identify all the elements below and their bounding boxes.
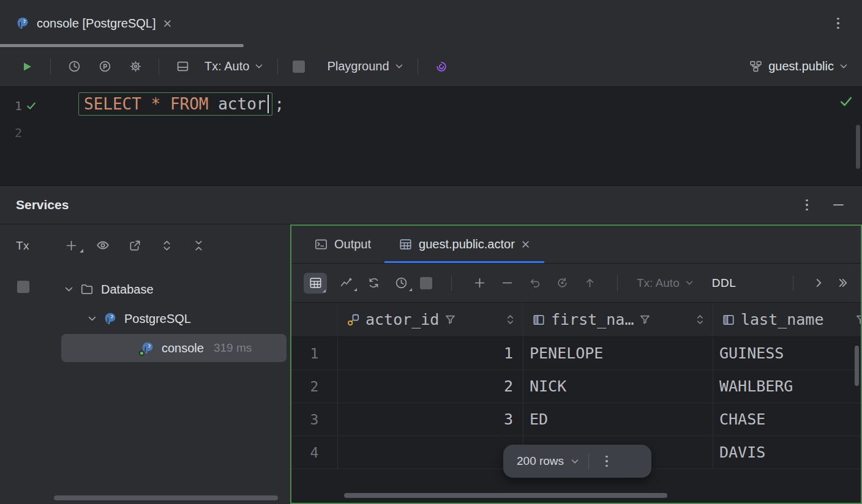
toolbar-separator [50,59,51,75]
postgresql-icon [103,312,117,325]
cell-last-name[interactable]: WAHLBERG [713,370,861,402]
revert-button[interactable] [553,275,571,292]
open-in-new-button[interactable] [127,238,142,253]
settings-button[interactable] [127,58,144,75]
cell-first-name[interactable]: NICK [523,370,713,402]
titlebar-kebab-menu[interactable] [830,15,846,31]
services-horizontal-scrollbar[interactable] [54,495,278,500]
pill-divider [588,453,589,469]
tab-label: Output [334,237,371,251]
tree-node-label: PostgreSQL [124,312,191,326]
collapse-all-button[interactable] [191,238,206,253]
next-page-button[interactable] [812,275,825,292]
row-number[interactable]: 1 [291,337,338,369]
explain-plan-button[interactable] [96,58,113,75]
column-header-first-name[interactable]: first_na… [523,303,713,336]
postgresql-connected-icon [141,341,154,355]
filter-icon[interactable] [639,314,651,325]
editor-scrollbar[interactable] [856,125,860,169]
services-options-menu[interactable] [799,197,815,213]
dropdown-caret-icon [354,288,357,291]
chevron-expanded-icon[interactable] [88,316,96,321]
grid-corner-cell[interactable] [291,303,338,336]
tab-output[interactable]: Output [301,226,384,263]
stop-button[interactable] [293,61,305,73]
chevron-down-icon [686,281,693,285]
expand-all-button[interactable] [159,238,174,253]
sort-icon[interactable] [696,314,704,325]
cell-last-name[interactable]: DAVIS [713,436,861,469]
row-count-dropdown[interactable]: 200 rows [517,454,564,468]
services-tree-pane: Tx Database PostgreSQL [0,224,290,504]
cell-actor-id[interactable]: 1 [338,337,523,369]
cell-first-name[interactable]: ED [523,403,713,435]
stop-query-button[interactable] [420,277,432,289]
tab-console-postgresql[interactable]: console [PostgreSQL] [16,0,171,46]
cell-actor-id[interactable] [338,436,523,469]
cell-first-name[interactable]: PENELOPE [523,337,713,369]
ddl-button[interactable]: DDL [712,276,736,290]
add-button[interactable] [64,238,78,253]
schema-switcher[interactable]: guest.public [749,59,847,73]
tree-node-postgresql[interactable]: PostgreSQL [0,304,290,333]
sql-editor[interactable]: 1 2 SELECT * FROM actor ; [0,87,862,185]
cell-actor-id[interactable]: 3 [338,403,523,435]
filter-icon[interactable] [855,314,861,325]
in-editor-results-button[interactable] [174,58,191,75]
chevron-down-icon[interactable] [571,459,579,464]
sort-icon[interactable] [506,314,514,325]
row-number[interactable]: 3 [291,403,338,435]
chart-view-button[interactable] [337,275,354,292]
column-header-last-name[interactable]: last_name [713,303,861,336]
dropdown-caret-icon [323,289,326,292]
column-icon [722,313,735,327]
dropdown-caret-icon [409,288,412,291]
column-header-actor-id[interactable]: actor_id [338,303,523,336]
refresh-button[interactable] [365,275,382,292]
preview-button[interactable] [96,238,110,253]
run-button[interactable] [18,58,36,75]
tx-mode-dropdown[interactable]: Tx: Auto [204,59,263,73]
tabstrip-scrollbar[interactable] [0,44,244,47]
toolbar-separator [451,275,452,291]
grid-vertical-scrollbar[interactable] [855,346,859,386]
grid-horizontal-scrollbar[interactable] [344,493,667,498]
playground-dropdown[interactable]: Playground [327,59,402,73]
tx-tool-button[interactable]: Tx [16,239,29,253]
row-number[interactable]: 4 [291,436,338,469]
last-page-button[interactable] [835,275,851,292]
tree-node-database[interactable]: Database [0,275,290,304]
sql-statement[interactable]: SELECT * FROM actor ; [78,92,284,116]
terminal-icon [315,238,328,251]
tree-node-label: console [162,341,204,355]
cell-last-name[interactable]: GUINESS [713,337,861,369]
history-button[interactable] [66,58,83,75]
filter-icon[interactable] [444,314,456,325]
close-tab-icon[interactable] [522,240,530,248]
result-tx-dropdown[interactable]: Tx: Auto [637,276,693,290]
minimize-icon[interactable] [833,204,844,206]
chevron-down-icon [395,64,403,69]
close-tab-icon[interactable] [163,20,171,28]
chevron-down-icon [255,64,263,69]
console-toolbar: Tx: Auto Playground guest.public [0,46,862,87]
toolbar-separator [277,59,278,75]
tab-result-guest-public-actor[interactable]: guest.public.actor [384,226,544,263]
inspection-ok-icon[interactable] [839,94,853,109]
tree-node-console-selected[interactable]: console 319 ms [61,334,287,362]
undo-button[interactable] [526,275,543,292]
delete-row-button[interactable] [498,275,515,292]
chevron-expanded-icon[interactable] [65,287,73,292]
row-number[interactable]: 2 [291,370,338,402]
submit-button[interactable] [581,275,598,292]
session-swirl-icon[interactable] [433,58,450,75]
line-number-2: 2 [0,125,21,140]
query-history-button[interactable] [392,275,410,292]
table-row: 3 3 ED CHASE [291,403,861,436]
add-row-button[interactable] [471,275,488,292]
cell-actor-id[interactable]: 2 [338,370,523,402]
execution-time: 319 ms [214,341,252,355]
pill-kebab-menu[interactable] [599,453,615,469]
table-view-button[interactable] [304,273,327,294]
cell-last-name[interactable]: CHASE [713,403,861,435]
